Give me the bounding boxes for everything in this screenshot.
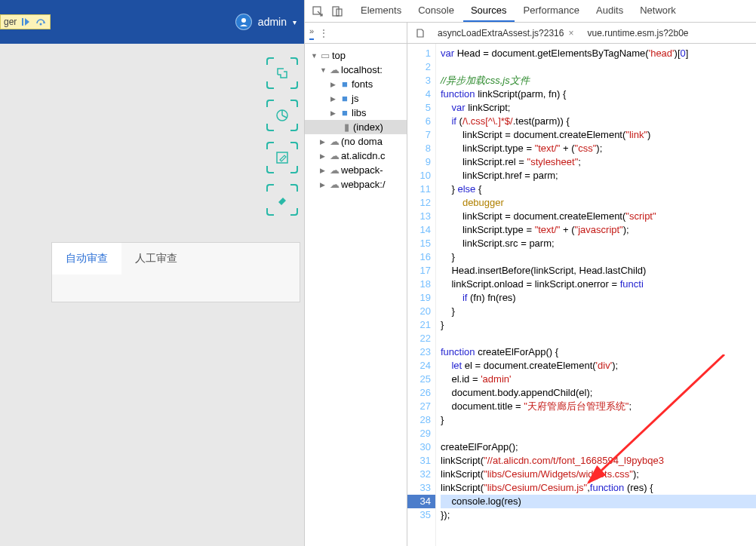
app-body: 自动审查 人工审查: [0, 44, 304, 546]
nav-toggle-area: » ⋮: [305, 23, 407, 43]
app-header: ger admin ▾: [0, 0, 304, 44]
devtools-topbar: Elements Console Sources Performance Aud…: [305, 0, 756, 23]
eraser-icon: [266, 184, 298, 216]
pie-icon: [266, 100, 298, 131]
chevron-down-icon: ▾: [293, 18, 297, 26]
code-content: var Head = document.getElementsByTagName…: [436, 44, 756, 546]
file-tab-2[interactable]: vue.runtime.esm.js?2b0e: [582, 25, 693, 41]
tab-elements[interactable]: Elements: [353, 0, 409, 22]
tab-audits[interactable]: Audits: [589, 0, 631, 22]
tab-console[interactable]: Console: [410, 0, 462, 22]
svg-point-1: [40, 23, 42, 26]
nav-webpack2[interactable]: ▶☁webpack:/: [305, 177, 407, 192]
svg-rect-6: [333, 7, 339, 16]
svg-point-2: [241, 18, 246, 23]
tab-manual-review[interactable]: 人工审查: [121, 243, 191, 275]
resume-icon[interactable]: [20, 17, 32, 27]
tab-auto-review[interactable]: 自动审查: [52, 243, 121, 275]
nav-options-icon[interactable]: ⋮: [318, 27, 329, 39]
tab-sources[interactable]: Sources: [463, 0, 515, 22]
nav-alicdn[interactable]: ▶☁at.alicdn.c: [305, 149, 407, 163]
tool-palette: [266, 57, 298, 216]
nav-localhost[interactable]: ▼☁localhost:: [305, 63, 407, 77]
debugger-label: ger: [4, 17, 17, 27]
avatar-icon: [235, 14, 252, 30]
nav-top[interactable]: ▼▭top: [305, 48, 407, 63]
tab-performance[interactable]: Performance: [516, 0, 587, 22]
device-toggle-icon[interactable]: [329, 3, 346, 20]
devtools-panel: Elements Console Sources Performance Aud…: [304, 0, 756, 546]
tab-network[interactable]: Network: [632, 0, 684, 22]
review-panel: 自动审查 人工审查: [51, 242, 300, 302]
file-list-icon[interactable]: [412, 25, 429, 41]
file-tab-1[interactable]: asyncLoadExtraAssest.js?2316 ×: [433, 25, 578, 41]
close-icon[interactable]: ×: [568, 28, 573, 38]
admin-name: admin: [258, 16, 287, 28]
file-navigator: ▼▭top ▼☁localhost: ▶■fonts ▶■js ▶■libs ▮…: [305, 44, 407, 546]
nav-fonts[interactable]: ▶■fonts: [305, 77, 407, 91]
devtools-tabs: Elements Console Sources Performance Aud…: [353, 0, 684, 22]
cloud-icon: ☁: [329, 165, 340, 176]
file-tab-1-label: asyncLoadExtraAssest.js?2316: [438, 28, 564, 38]
cloud-icon: ☁: [329, 136, 340, 147]
edit-icon: [266, 142, 298, 173]
step-over-icon[interactable]: [35, 17, 47, 27]
open-file-tabs: asyncLoadExtraAssest.js?2316 × vue.runti…: [407, 25, 756, 41]
review-tabs: 自动审查 人工审查: [52, 243, 300, 275]
line-gutter: 1234567891011121314151617181920212223242…: [407, 44, 436, 546]
nav-webpack1[interactable]: ▶☁webpack-: [305, 163, 407, 177]
inspect-icon[interactable]: [309, 3, 326, 20]
cloud-icon: ☁: [329, 65, 340, 75]
user-menu[interactable]: admin ▾: [235, 14, 297, 30]
folder-icon: ■: [340, 108, 350, 118]
collapse-nav-icon[interactable]: »: [309, 26, 314, 40]
cloud-icon: ☁: [329, 179, 340, 190]
debugger-paused-badge: ger: [0, 14, 51, 29]
tool-pie[interactable]: [266, 100, 298, 131]
cloud-icon: ☁: [329, 151, 340, 161]
code-editor[interactable]: 1234567891011121314151617181920212223242…: [407, 44, 756, 546]
nav-index[interactable]: ▮(index): [305, 120, 407, 134]
window-icon: ▭: [320, 51, 330, 61]
ruler-icon: [266, 57, 298, 89]
file-tab-2-label: vue.runtime.esm.js?2b0e: [587, 28, 688, 38]
devtools-subbar: » ⋮ asyncLoadExtraAssest.js?2316 × vue.r…: [305, 23, 756, 44]
svg-rect-0: [22, 18, 23, 26]
tool-edit[interactable]: [266, 142, 298, 173]
devtools-main: ▼▭top ▼☁localhost: ▶■fonts ▶■js ▶■libs ▮…: [305, 44, 756, 546]
folder-icon: ■: [340, 94, 350, 104]
folder-icon: ■: [340, 79, 350, 90]
nav-no-domain[interactable]: ▶☁(no doma: [305, 134, 407, 149]
tool-erase[interactable]: [266, 184, 298, 216]
file-icon: ▮: [341, 122, 352, 133]
nav-libs[interactable]: ▶■libs: [305, 106, 407, 120]
nav-js[interactable]: ▶■js: [305, 91, 407, 106]
tool-measure[interactable]: [266, 57, 298, 89]
